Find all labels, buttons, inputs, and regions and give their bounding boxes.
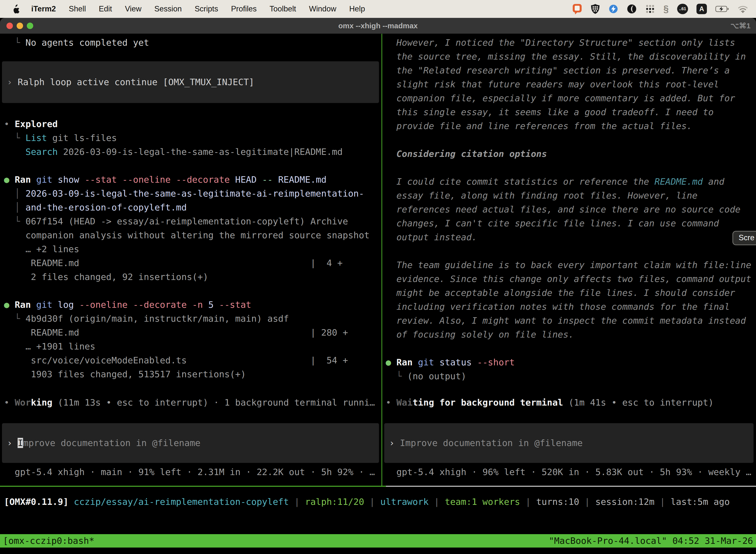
hook-icon[interactable]: § [664, 4, 669, 14]
commit-line-wrap: companion analysis without altering the … [4, 228, 381, 242]
reasoning-p3-l2: evidence. Since this change only affects… [386, 272, 756, 286]
menu-item-edit[interactable]: Edit [99, 4, 112, 13]
log-stat-readme: README.md | 280 + [4, 326, 381, 340]
chat-badge-icon[interactable] [572, 3, 582, 14]
reasoning-p2-l1: I could cite commit statistics or refere… [386, 175, 756, 189]
log-stat-voice: src/voice/voiceModeEnabled.ts | 54 + [4, 353, 381, 367]
crescent-icon[interactable] [627, 4, 637, 14]
working-status: • Working (11m 13s • esc to interrupt) ·… [4, 396, 381, 409]
explored-list: └ List git ls-files [4, 131, 381, 145]
terminal-panes: └ No agents completed yet› Ralph loop ac… [0, 34, 756, 486]
commit-line: └ 067f154 (HEAD -> essay/ai-reimplementa… [4, 214, 381, 228]
tmux-host-clock: "MacBook-Pro-44.local" 04:52 31-Mar-26 [549, 534, 753, 548]
ralph-inject-prompt[interactable]: › Ralph loop active continue [OMX_TMUX_I… [2, 61, 379, 103]
spacer [4, 284, 381, 298]
spacer [4, 381, 381, 396]
pane-divider[interactable] [381, 34, 382, 486]
spacer [4, 463, 381, 465]
reasoning-p1-l3: the "Related research writing" section i… [386, 63, 756, 77]
no-agents-line: └ No agents completed yet [4, 36, 381, 50]
explored-search: Search 2026-03-09-is-legal-the-same-as-l… [4, 145, 381, 159]
keypad-shield-icon[interactable] [590, 3, 600, 14]
explored-header: • Explored [4, 117, 381, 131]
reasoning-p3-l5: review. Also, I might want to inspect th… [386, 314, 756, 328]
spacer [386, 341, 756, 355]
waiting-status: • Waiting for background terminal (1m 41… [386, 396, 756, 409]
reasoning-p3-l3: might be acceptable alongside the file l… [386, 286, 756, 300]
log-stat-summary: 1903 files changed, 513517 insertions(+) [4, 367, 381, 381]
reasoning-p1-l7: provide file and line references from th… [386, 119, 756, 133]
reasoning-p1-l4: slight risk that future readers may over… [386, 77, 756, 91]
menu-item-shell[interactable]: Shell [69, 4, 86, 13]
reasoning-p3-l6: of focusing solely on file lines. [386, 328, 756, 341]
ran-git-show-wrap2: │ and-the-erosion-of-copyleft.md [4, 201, 381, 214]
spacer [386, 133, 756, 147]
no-output-line: └ (no output) [386, 369, 756, 383]
omx-status-bar: [OMX#0.11.9] cczip/essay/ai-reimplementa… [4, 495, 730, 509]
menu-item-window[interactable]: Window [309, 4, 336, 13]
screen-share-popup: Scre [733, 231, 756, 245]
reasoning-p2-l4: changes, I can't cite specific file line… [386, 216, 756, 230]
menu-items: iTerm2 Shell Edit View Session Scripts P… [31, 4, 365, 13]
zoom-button[interactable] [27, 22, 33, 29]
stat-summary: 2 files changed, 92 insertions(+) [4, 270, 381, 284]
badge-61-icon[interactable]: ..61 [677, 4, 688, 14]
window-shortcut-badge: ⌥⌘1 [731, 21, 751, 30]
reasoning-p1-l5: companion file, especially if more comme… [386, 91, 756, 105]
keyboard-layout-icon[interactable]: A [696, 4, 707, 14]
reasoning-p3-l4: including verification notes with those … [386, 300, 756, 314]
session-stats-left: gpt-5.4 xhigh · main · 91% left · 2.31M … [4, 465, 381, 479]
spacer [386, 463, 756, 465]
menu-item-scripts[interactable]: Scripts [195, 4, 218, 13]
spacer [386, 244, 756, 258]
battery-icon[interactable] [715, 5, 729, 12]
menu-item-help[interactable]: Help [349, 4, 365, 13]
more-lines: … +2 lines [4, 242, 381, 256]
menu-item-iterm2[interactable]: iTerm2 [31, 4, 56, 13]
session-stats-right: gpt-5.4 xhigh · 96% left · 520K in · 5.8… [386, 465, 756, 479]
reasoning-p3-l1: The team guideline is to back every impo… [386, 258, 756, 272]
menu-item-view[interactable]: View [125, 4, 142, 13]
spacer [386, 161, 756, 175]
reasoning-p2-l3: references need actual files, and since … [386, 203, 756, 216]
close-button[interactable] [6, 22, 13, 29]
log-more-lines: … +1901 lines [4, 340, 381, 353]
tmux-session-label: [omx-cczip0:bash* [3, 534, 94, 548]
spacer [386, 409, 756, 423]
right-pane[interactable]: However, I noticed the "Directory Struct… [382, 34, 756, 486]
left-pane[interactable]: └ No agents completed yet› Ralph loop ac… [0, 34, 381, 486]
reasoning-p2-l2: essay file, along with finding root file… [386, 189, 756, 203]
reasoning-p2-l5: output instead. [386, 230, 756, 244]
command-input-left[interactable]: › Improve documentation in @filename [2, 423, 379, 463]
tmux-status-bar: [omx-cczip0:bash* "MacBook-Pro-44.local"… [0, 534, 756, 548]
spacer [4, 159, 381, 173]
log-commit: └ 4b9d30f (origin/main, instructkr/main,… [4, 312, 381, 326]
reasoning-p1-l6: this single essay, it seems like a good … [386, 105, 756, 119]
ran-git-status: ● Ran git status --short [386, 355, 756, 369]
input-text: › Improve documentation in @filename [389, 436, 583, 450]
spacer [4, 409, 381, 423]
menu-item-profiles[interactable]: Profiles [231, 4, 256, 13]
blue-bolt-icon[interactable] [609, 4, 618, 14]
menu-item-toolbelt[interactable]: Toolbelt [270, 4, 296, 13]
menu-item-session[interactable]: Session [154, 4, 182, 13]
window-title: omx --xhigh --madmax [338, 21, 418, 30]
input-text: › Improve documentation in @filename [7, 436, 200, 450]
spacer [386, 383, 756, 396]
ran-git-show-wrap1: │ 2026-03-09-is-legal-the-same-as-legiti… [4, 187, 381, 201]
minimize-button[interactable] [17, 22, 23, 29]
apple-logo-icon[interactable] [12, 4, 20, 13]
dots-grid-icon[interactable] [645, 4, 655, 14]
command-input-right[interactable]: › Improve documentation in @filename [384, 423, 754, 463]
menu-status-icons: § ..61 A [572, 3, 748, 14]
spacer [4, 103, 381, 117]
traffic-lights [6, 18, 33, 34]
reasoning-p1-l2: the source tree, missing the essay. Stil… [386, 50, 756, 63]
window-title-bar[interactable]: omx --xhigh --madmax ⌥⌘1 [0, 18, 756, 34]
reasoning-p1-l1: However, I noticed the "Directory Struct… [386, 36, 756, 50]
input-text: › Ralph loop active continue [OMX_TMUX_I… [7, 75, 254, 89]
wifi-icon[interactable] [738, 5, 748, 13]
spacer [4, 50, 381, 61]
ran-git-log: ● Ran git log --oneline --decorate -n 5 … [4, 298, 381, 312]
macos-menu-bar: iTerm2 Shell Edit View Session Scripts P… [0, 0, 756, 18]
